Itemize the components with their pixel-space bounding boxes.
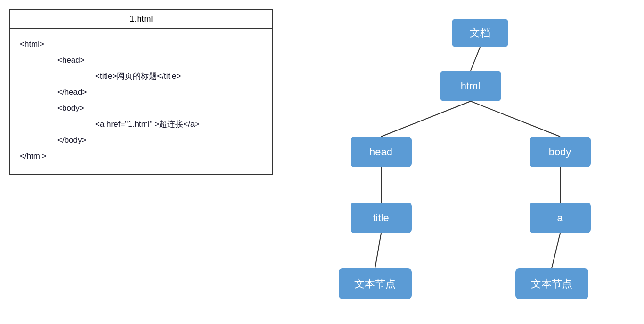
tree-node-body: body bbox=[530, 137, 591, 167]
code-line: </head> bbox=[20, 84, 263, 100]
svg-line-0 bbox=[471, 47, 480, 71]
code-line: <title>网页的标题</title> bbox=[20, 68, 263, 84]
code-panel: 1.html <html><head><title>网页的标题</title><… bbox=[9, 9, 273, 175]
tree-node-html: html bbox=[440, 71, 501, 101]
svg-line-5 bbox=[375, 233, 381, 268]
code-line: <body> bbox=[20, 100, 263, 116]
code-area: <html><head><title>网页的标题</title></head><… bbox=[10, 29, 272, 174]
svg-line-2 bbox=[471, 101, 560, 137]
tree-panel: 文档htmlheadbodytitlea文本节点文本节点 bbox=[273, 0, 644, 315]
dom-tree: 文档htmlheadbodytitlea文本节点文本节点 bbox=[313, 9, 633, 315]
tree-node-text2: 文本节点 bbox=[515, 268, 588, 299]
tree-node-head: head bbox=[351, 137, 412, 167]
tree-node-wendang: 文档 bbox=[452, 19, 508, 47]
svg-line-6 bbox=[552, 233, 560, 268]
code-line: </html> bbox=[20, 148, 263, 164]
code-line: <html> bbox=[20, 36, 263, 52]
code-line: <head> bbox=[20, 52, 263, 68]
code-line: </body> bbox=[20, 132, 263, 148]
tree-node-text1: 文本节点 bbox=[339, 268, 412, 299]
tree-node-a: a bbox=[530, 202, 591, 233]
file-title: 1.html bbox=[10, 10, 272, 29]
svg-line-1 bbox=[381, 101, 471, 137]
code-line: <a href="1.html" >超连接</a> bbox=[20, 116, 263, 132]
tree-node-title: title bbox=[351, 202, 412, 233]
